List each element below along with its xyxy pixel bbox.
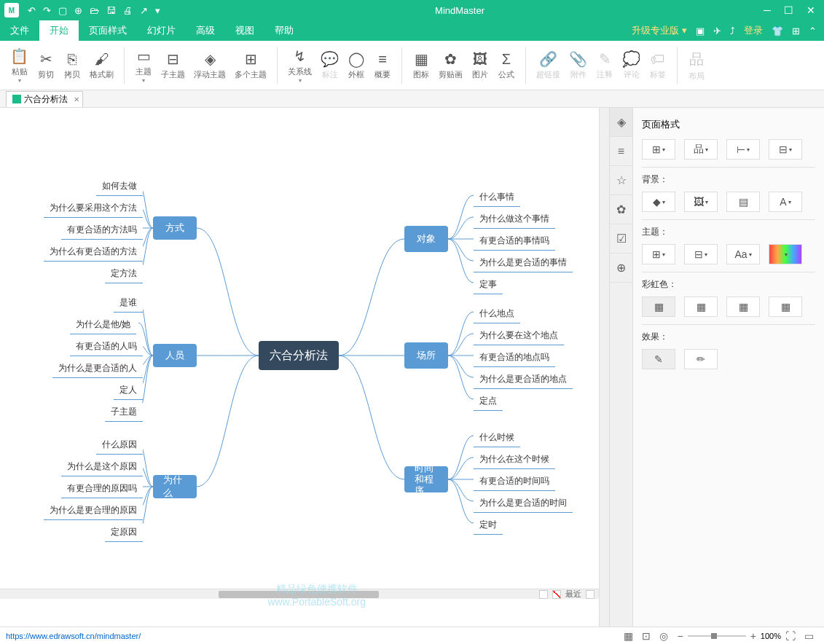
theme-2[interactable]: ⊟▾ [684,244,718,264]
mindmap-node[interactable]: 定人 [114,381,143,400]
foot-icon-2[interactable]: ⊡ [637,630,655,642]
formula-button[interactable]: Σ公式 [493,50,519,82]
mindmap-node[interactable]: 什么事情 [474,188,520,207]
print-icon[interactable]: 🖨 [123,5,133,16]
minimize-icon[interactable]: ─ [764,4,771,16]
tab-start[interactable]: 开始 [39,20,79,41]
theme-1[interactable]: ⊞▾ [642,244,675,264]
mindmap-node[interactable]: 有更合适的方法吗 [61,221,143,240]
zoom-slider[interactable] [688,635,746,637]
tab-view[interactable]: 视图 [225,20,264,41]
foot-icon-3[interactable]: ◎ [655,630,672,642]
save-icon[interactable]: 🖫 [106,5,116,16]
mindmap-node[interactable]: 有更合适的事情吗 [474,232,555,251]
tab-file[interactable]: 文件 [0,20,39,41]
mindmap-node[interactable]: 定事 [474,275,503,294]
share-icon[interactable]: ⤴ [730,25,735,36]
layout-button[interactable]: 品布局 [683,48,710,83]
mindmap-node[interactable]: 为什么有更合适的方法 [44,243,143,262]
mindmap-canvas[interactable]: 六合分析法方式如何去做为什么要采用这个方法有更合适的方法吗为什么有更合适的方法定… [0,108,599,589]
topic-button[interactable]: ▭主题▾ [130,46,157,85]
mindmap-node[interactable]: 人员 [153,344,197,367]
theme-color[interactable]: ▾ [769,244,802,264]
mindmap-node[interactable]: 为什么是他/她 [70,315,136,334]
tab-help[interactable]: 帮助 [264,20,304,41]
swatch-none[interactable] [539,590,548,599]
close-icon[interactable]: ✕ [807,4,815,16]
float-button[interactable]: ◈浮动主题 [189,49,230,82]
rainbow-2[interactable]: ▦ [684,297,718,317]
mindmap-node[interactable]: 定点 [474,392,503,411]
bg-fill[interactable]: ◆▾ [642,192,675,212]
scrollbar-v[interactable] [599,108,609,629]
vtab-format[interactable]: ◈ [610,108,632,137]
effect-1[interactable]: ✎ [642,349,675,369]
comment-button[interactable]: 💭评论 [618,49,645,82]
mindmap-node[interactable]: 有更合适的人吗 [70,337,143,356]
mindmap-node[interactable]: 子主题 [105,403,143,422]
mindmap-node[interactable]: 对象 [404,226,448,252]
mindmap-node[interactable]: 定方法 [105,264,143,283]
mindmap-node[interactable]: 有更合适的时间吗 [474,472,555,491]
vtab-clipart[interactable]: ✿ [610,195,632,224]
layout-btn-2[interactable]: 品▾ [684,139,718,160]
effect-2[interactable]: ✏ [684,349,718,369]
callout-button[interactable]: 💬标注 [316,49,343,82]
mindmap-node[interactable]: 为什么是更合适的地点 [474,370,573,389]
tag-button[interactable]: 🏷标签 [645,50,671,82]
summary-button[interactable]: ≡概要 [369,50,396,82]
new-icon[interactable]: ▢ [58,5,67,16]
mindmap-node[interactable]: 如何去做 [96,177,143,196]
note-button[interactable]: ✎注释 [592,49,618,82]
mindmap-node[interactable]: 为什么要在这个地点 [474,326,564,345]
grid-icon[interactable]: ⊞ [792,25,800,36]
format-button[interactable]: 🖌格式刷 [85,50,118,82]
page-icon[interactable]: ▭ [800,630,818,642]
foot-icon-1[interactable]: ▦ [619,630,637,642]
bg-image[interactable]: 🖼▾ [684,192,718,212]
mark-button[interactable]: ▦图标 [408,49,434,82]
mindmap-node[interactable]: 为什么是更合适的事情 [474,254,573,272]
close-tab-icon[interactable]: ✕ [74,95,79,103]
tab-advanced[interactable]: 高级 [186,20,225,41]
mindmap-node[interactable]: 为什么是这个原因 [61,458,143,476]
boundary-button[interactable]: ◯外框 [343,49,369,82]
swatch-clear[interactable] [552,590,561,599]
zoom-in[interactable]: + [746,630,761,642]
layout-btn-4[interactable]: ⊟▾ [769,139,802,160]
theme-font[interactable]: Aa▾ [726,244,760,264]
tab-page[interactable]: 页面样式 [79,20,137,41]
mindmap-node[interactable]: 什么地点 [474,305,520,323]
open-icon[interactable]: 🗁 [90,5,99,16]
mindmap-node[interactable]: 为什么是更合理的原因 [44,501,143,520]
clipart-button[interactable]: ✿剪贴画 [434,49,467,82]
mindmap-node[interactable]: 什么原因 [96,436,143,455]
zoom-out[interactable]: − [672,630,687,642]
attach-button[interactable]: 📎附件 [565,49,592,82]
link-button[interactable]: 🔗超链接 [532,49,565,82]
login-link[interactable]: 登录 [744,24,763,37]
redo-icon[interactable]: ↷ [43,5,51,16]
mindmap-node[interactable]: 为什么要采用这个方法 [44,199,143,218]
recent-swatch[interactable] [586,590,595,599]
relation-button[interactable]: ↯关系线▾ [283,46,316,85]
picture-button[interactable]: 🖼图片 [467,50,493,82]
mindmap-node[interactable]: 方式 [153,216,197,240]
multi-button[interactable]: ⊞多个主题 [230,49,271,82]
fit-icon[interactable]: ⛶ [781,630,800,642]
expand-icon[interactable]: ⌃ [809,25,817,36]
undo-icon[interactable]: ↶ [28,5,36,16]
export-icon[interactable]: ↗ [140,5,148,16]
copy-button[interactable]: ⎘拷贝 [59,50,85,82]
mindmap-node[interactable]: 六合分析法 [259,341,339,370]
bg-watermark[interactable]: ▤ [726,192,760,212]
mindmap-node[interactable]: 为什么在这个时候 [474,450,555,469]
layout-btn-3[interactable]: ⊢▾ [726,139,760,160]
tab-slide[interactable]: 幻灯片 [137,20,186,41]
more-icon[interactable]: ▾ [155,5,160,16]
mindmap-node[interactable]: 为什么是更合适的人 [52,359,143,378]
mindmap-node[interactable]: 什么时候 [474,428,520,447]
mindmap-node[interactable]: 为什么是更合适的时间 [474,494,573,513]
send-icon[interactable]: ✈ [713,25,721,36]
mindmap-node[interactable]: 有更合适的地点吗 [474,348,555,367]
